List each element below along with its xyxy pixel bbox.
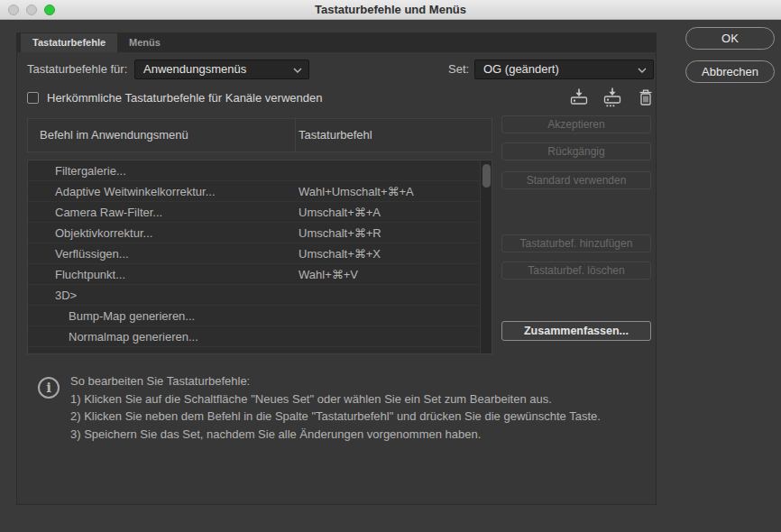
- set-label: Set:: [448, 60, 469, 79]
- use-default-button[interactable]: Standard verwenden: [501, 171, 651, 189]
- info-step: 1) Klicken Sie auf die Schaltfläche "Neu…: [70, 390, 639, 408]
- summarize-button[interactable]: Zusammenfassen...: [501, 321, 651, 341]
- shortcut-cell: Wahl+Umschalt+⌘+A: [299, 181, 414, 202]
- titlebar: Tastaturbefehle und Menüs: [0, 0, 781, 20]
- window-controls: [8, 5, 55, 15]
- set-value: OG (geändert): [483, 62, 559, 76]
- shortcut-cell: Wahl+⌘+V: [299, 264, 358, 285]
- add-shortcut-button[interactable]: Tastaturbef. hinzufügen: [501, 234, 651, 252]
- window-title: Tastaturbefehle und Menüs: [0, 0, 781, 19]
- info-step: 2) Klicken Sie neben dem Befehl in die S…: [70, 408, 639, 426]
- shortcuts-for-value: Anwendungsmenüs: [143, 62, 246, 76]
- shortcut-cell: Umschalt+⌘+X: [299, 243, 381, 264]
- set-dropdown[interactable]: OG (geändert): [474, 60, 654, 79]
- undo-button[interactable]: Rückgängig: [501, 142, 651, 161]
- info-step: 3) Speichern Sie das Set, nachdem Sie al…: [70, 426, 639, 444]
- table-header: Befehl im Anwendungsmenü Tastaturbefehl: [27, 118, 492, 152]
- table-row[interactable]: Normalmap generieren...: [28, 326, 492, 347]
- shortcut-cell: Umschalt+⌘+A: [299, 202, 381, 223]
- window-zoom-icon[interactable]: [44, 5, 55, 15]
- info-circle-icon: i: [38, 377, 60, 399]
- table-row[interactable]: 3D>: [28, 285, 492, 306]
- table-row[interactable]: Filtergalerie...: [28, 161, 492, 181]
- chevron-down-icon: [638, 68, 647, 73]
- column-header-shortcut: Tastaturbefehl: [299, 119, 372, 151]
- delete-shortcut-button[interactable]: Tastaturbef. löschen: [501, 261, 651, 280]
- command-cell: Fluchtpunkt...: [55, 264, 125, 285]
- window-close-icon: [8, 5, 19, 15]
- table-row[interactable]: Camera Raw-Filter... Umschalt+⌘+A: [28, 202, 492, 223]
- command-cell: Bump-Map generieren...: [69, 306, 195, 326]
- table-row[interactable]: Verflüssigen... Umschalt+⌘+X: [28, 243, 492, 264]
- save-set-as-icon: [602, 87, 623, 107]
- legacy-shortcuts-label: Herkömmliche Tastaturbefehle für Kanäle …: [47, 91, 322, 105]
- column-header-command: Befehl im Anwendungsmenü: [40, 119, 188, 151]
- window-minimize-icon: [26, 5, 37, 15]
- command-cell: Camera Raw-Filter...: [55, 202, 162, 223]
- table-row[interactable]: Fluchtpunkt... Wahl+⌘+V: [28, 264, 492, 285]
- cancel-button[interactable]: Abbrechen: [685, 60, 775, 83]
- command-cell: Verflüssigen...: [55, 243, 129, 264]
- command-cell: Normalmap generieren...: [69, 326, 198, 347]
- shortcuts-for-label: Tastaturbefehle für:: [27, 60, 127, 79]
- scrollbar-track[interactable]: [480, 161, 492, 353]
- tab-bar: TastaturbefehleMenüs: [17, 33, 656, 52]
- set-icon-buttons: [567, 87, 657, 108]
- save-set-as-button[interactable]: [601, 87, 624, 108]
- info-text: So bearbeiten Sie Tastaturbefehle: 1) Kl…: [70, 372, 639, 443]
- legacy-shortcuts-checkbox[interactable]: [27, 92, 39, 104]
- chevron-down-icon: [293, 68, 302, 73]
- tab-menus[interactable]: Menüs: [117, 33, 172, 52]
- shortcut-list: Filtergalerie... Adaptive Weitwinkelkorr…: [27, 160, 492, 354]
- scrollbar-thumb[interactable]: [482, 164, 491, 188]
- tab-tastaturbefehle[interactable]: Tastaturbefehle: [21, 33, 117, 52]
- table-row[interactable]: Bump-Map generieren...: [28, 306, 492, 326]
- table-row[interactable]: Adaptive Weitwinkelkorrektur... Wahl+Ums…: [28, 181, 492, 202]
- shortcut-cell: Umschalt+⌘+R: [299, 223, 381, 243]
- command-cell: Objektivkorrektur...: [55, 223, 152, 243]
- ok-button[interactable]: OK: [685, 27, 775, 50]
- column-divider: [295, 119, 296, 151]
- command-cell: 3D>: [55, 285, 77, 306]
- delete-set-button[interactable]: [634, 87, 657, 108]
- info-heading: So bearbeiten Sie Tastaturbefehle:: [70, 372, 639, 390]
- command-cell: Filtergalerie...: [55, 161, 126, 181]
- save-set-button[interactable]: [567, 87, 591, 108]
- save-set-icon: [568, 87, 590, 107]
- table-row[interactable]: Objektivkorrektur... Umschalt+⌘+R: [28, 223, 492, 243]
- shortcuts-for-dropdown[interactable]: Anwendungsmenüs: [134, 60, 309, 79]
- trash-icon: [637, 87, 655, 107]
- command-cell: Adaptive Weitwinkelkorrektur...: [55, 181, 216, 202]
- main-panel: TastaturbefehleMenüs Tastaturbefehle für…: [16, 32, 657, 505]
- accept-button[interactable]: Akzeptieren: [501, 115, 651, 133]
